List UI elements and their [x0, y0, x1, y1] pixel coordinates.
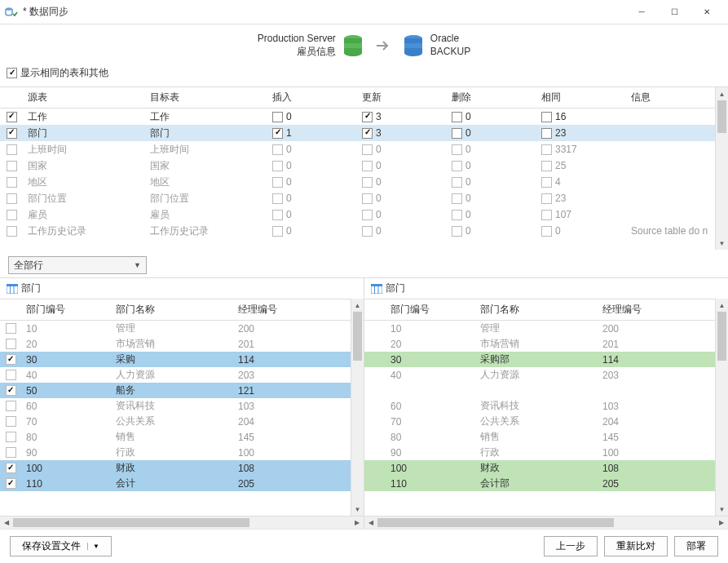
row-checkbox[interactable]: [452, 177, 462, 188]
table-cell[interactable]: 200: [598, 321, 728, 336]
table-cell[interactable]: [0, 321, 21, 336]
row-checkbox[interactable]: [272, 210, 283, 220]
table-cell[interactable]: [364, 414, 386, 429]
row-checkbox[interactable]: [452, 112, 462, 122]
table-cell[interactable]: 110: [21, 476, 111, 491]
table-cell[interactable]: [0, 429, 21, 445]
table-cell[interactable]: 10: [386, 321, 475, 336]
vertical-scrollbar[interactable]: ▲ ▼: [715, 299, 728, 516]
row-checkbox[interactable]: [6, 416, 16, 427]
horizontal-scrollbar[interactable]: ◀▶: [0, 516, 364, 529]
table-cell[interactable]: 108: [233, 460, 364, 476]
table-cell[interactable]: 90: [21, 445, 111, 460]
table-cell[interactable]: 资讯科技: [475, 398, 598, 414]
row-checkbox[interactable]: [7, 193, 17, 204]
row-checkbox[interactable]: [452, 226, 462, 237]
table-cell[interactable]: [0, 414, 21, 429]
table-cell[interactable]: 145: [598, 429, 728, 445]
table-cell[interactable]: [364, 398, 386, 414]
table-cell[interactable]: 公共关系: [475, 414, 598, 429]
recompare-button[interactable]: 重新比对: [604, 536, 668, 556]
row-checkbox[interactable]: [362, 193, 373, 204]
row-checkbox[interactable]: [6, 463, 16, 473]
table-cell[interactable]: 201: [598, 336, 728, 352]
row-checkbox[interactable]: [7, 226, 17, 237]
table-cell[interactable]: 50: [21, 383, 111, 398]
row-checkbox[interactable]: [272, 144, 283, 155]
col-delete[interactable]: 删除: [447, 87, 536, 109]
table-cell[interactable]: 100: [598, 445, 728, 460]
row-checkbox[interactable]: [541, 226, 552, 237]
table-cell[interactable]: 60: [21, 398, 111, 414]
table-cell[interactable]: [364, 476, 386, 491]
row-checkbox[interactable]: [541, 144, 552, 155]
table-cell[interactable]: 205: [598, 476, 728, 491]
table-cell[interactable]: 70: [21, 414, 111, 429]
table-cell[interactable]: 205: [233, 476, 364, 491]
row-checkbox[interactable]: [272, 193, 283, 204]
deploy-button[interactable]: 部署: [674, 536, 718, 556]
col-same[interactable]: 相同: [536, 87, 626, 109]
row-checkbox[interactable]: [7, 210, 17, 220]
table-cell[interactable]: 公共关系: [111, 414, 233, 429]
row-checkbox[interactable]: [452, 161, 462, 171]
table-cell[interactable]: 会计: [111, 476, 233, 491]
table-cell[interactable]: 114: [233, 352, 364, 367]
row-checkbox[interactable]: [362, 210, 373, 220]
table-cell[interactable]: [0, 398, 21, 414]
table-cell[interactable]: 203: [598, 367, 728, 383]
col-mgr-no[interactable]: 经理编号: [233, 299, 364, 321]
row-checkbox[interactable]: [6, 385, 16, 396]
table-cell[interactable]: 市场营销: [111, 336, 233, 352]
row-checkbox[interactable]: [6, 401, 16, 411]
table-cell[interactable]: 销售: [475, 429, 598, 445]
col-dept-name[interactable]: 部门名称: [111, 299, 233, 321]
table-cell[interactable]: 145: [233, 429, 364, 445]
row-checkbox[interactable]: [6, 478, 16, 489]
table-cell[interactable]: 100: [21, 460, 111, 476]
table-cell[interactable]: [0, 336, 21, 352]
table-cell[interactable]: 船务: [111, 383, 233, 398]
table-cell[interactable]: 采购部: [475, 352, 598, 367]
col-dept-no[interactable]: 部门编号: [386, 299, 475, 321]
row-checkbox[interactable]: [541, 161, 552, 171]
table-cell[interactable]: [364, 460, 386, 476]
horizontal-scrollbar[interactable]: ◀▶: [364, 516, 728, 529]
table-cell[interactable]: 销售: [111, 429, 233, 445]
table-cell[interactable]: 财政: [111, 460, 233, 476]
table-cell[interactable]: 30: [386, 352, 475, 367]
row-checkbox[interactable]: [7, 144, 17, 155]
table-cell[interactable]: 20: [21, 336, 111, 352]
row-checkbox[interactable]: [6, 339, 16, 349]
table-cell[interactable]: 203: [233, 367, 364, 383]
table-cell[interactable]: 90: [386, 445, 475, 460]
row-checkbox[interactable]: [541, 112, 552, 122]
col-info[interactable]: 信息: [626, 87, 728, 109]
table-cell[interactable]: 30: [21, 352, 111, 367]
table-cell[interactable]: [0, 383, 21, 398]
table-cell[interactable]: 108: [598, 460, 728, 476]
col-insert[interactable]: 插入: [267, 87, 357, 109]
maximize-button[interactable]: ☐: [658, 1, 690, 24]
row-checkbox[interactable]: [362, 226, 373, 237]
col-dept-no[interactable]: 部门编号: [21, 299, 111, 321]
row-checkbox[interactable]: [6, 323, 16, 334]
row-checkbox[interactable]: [272, 161, 283, 171]
row-checkbox[interactable]: [272, 226, 283, 237]
table-cell[interactable]: 管理: [111, 321, 233, 336]
table-cell[interactable]: [386, 383, 475, 398]
row-checkbox[interactable]: [6, 447, 16, 458]
table-cell[interactable]: [0, 476, 21, 491]
minimize-button[interactable]: ─: [625, 1, 658, 24]
row-checkbox[interactable]: [272, 112, 283, 122]
table-cell[interactable]: 204: [598, 414, 728, 429]
table-cell[interactable]: [364, 321, 386, 336]
table-cell[interactable]: [0, 460, 21, 476]
table-cell[interactable]: 70: [386, 414, 475, 429]
row-checkbox[interactable]: [6, 354, 16, 365]
table-cell[interactable]: 采购: [111, 352, 233, 367]
row-checkbox[interactable]: [7, 161, 17, 171]
table-cell[interactable]: 201: [233, 336, 364, 352]
row-checkbox[interactable]: [362, 112, 373, 122]
table-cell[interactable]: 会计部: [475, 476, 598, 491]
